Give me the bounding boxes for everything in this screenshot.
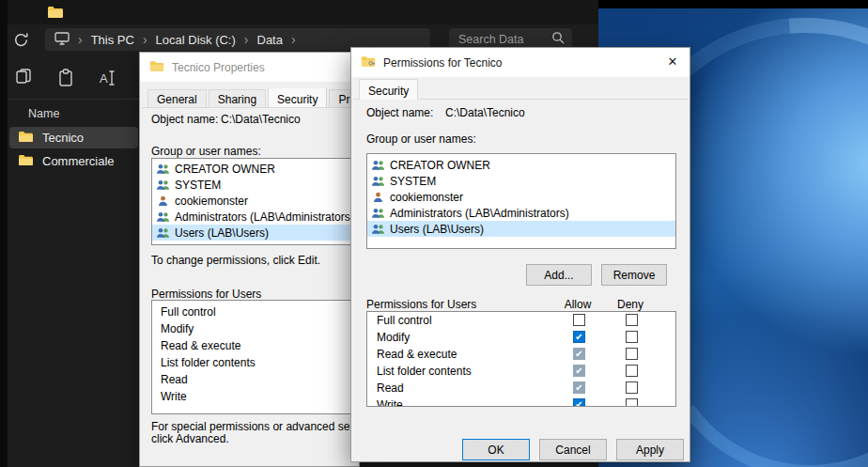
permission-name: Read & execute xyxy=(377,348,457,361)
folder-name: Commerciale xyxy=(42,154,115,168)
search-icon xyxy=(551,31,565,48)
remove-button[interactable]: Remove xyxy=(601,264,667,286)
allow-checkbox-read[interactable] xyxy=(573,381,585,394)
group-name: CREATOR OWNER xyxy=(390,159,490,172)
allow-checkbox-write[interactable] xyxy=(573,398,585,407)
permissions-for-users-label: Permissions for Users xyxy=(366,298,476,311)
paste-icon[interactable] xyxy=(56,68,79,90)
column-header-name[interactable]: Name xyxy=(28,107,59,120)
allow-checkbox-read-execute[interactable] xyxy=(573,348,585,360)
object-name-label: Object name: xyxy=(366,106,433,119)
deny-checkbox-read[interactable] xyxy=(626,381,638,394)
object-name-label: Object name: xyxy=(151,113,218,126)
breadcrumb-local-disk-c[interactable]: Local Disk (C:) xyxy=(156,33,236,47)
deny-checkbox-list-folder-contents[interactable] xyxy=(626,365,638,377)
group-item-system[interactable]: SYSTEM xyxy=(367,173,675,189)
group-name: CREATOR OWNER xyxy=(175,163,275,176)
permission-name: Write xyxy=(377,398,403,407)
folder-icon xyxy=(18,154,34,169)
file-list-item-commerciale[interactable]: Commerciale xyxy=(9,150,138,172)
close-icon[interactable]: ✕ xyxy=(656,48,690,76)
explorer-tab-bar xyxy=(0,0,598,24)
permission-row-read[interactable]: Read xyxy=(152,371,350,388)
folder-icon xyxy=(18,131,34,146)
svg-text:A: A xyxy=(100,71,108,86)
deny-checkbox-write[interactable] xyxy=(626,398,638,407)
allow-checkbox-modify[interactable] xyxy=(573,331,585,343)
group-user-names-label: Group or user names: xyxy=(151,145,261,158)
folder-name: Tecnico xyxy=(42,131,84,145)
group-user-list: CREATOR OWNER SYSTEM cookiemonster Admin… xyxy=(366,153,676,249)
group-name: Administrators (LAB\Administrators) xyxy=(175,210,351,224)
advanced-hint-line2: click Advanced. xyxy=(151,432,229,445)
group-item-users[interactable]: Users (LAB\Users) xyxy=(152,225,350,241)
chevron-right-icon[interactable]: › xyxy=(244,33,249,46)
group-name: Administrators (LAB\Administrators) xyxy=(390,207,569,220)
search-placeholder: Search Data xyxy=(458,33,551,46)
breadcrumb-data[interactable]: Data xyxy=(257,33,283,47)
group-item-administrators[interactable]: Administrators (LAB\Administrators) xyxy=(152,209,350,225)
this-pc-icon xyxy=(54,32,70,48)
object-name-value: C:\Data\Tecnico xyxy=(221,113,301,126)
tab-sharing[interactable]: Sharing xyxy=(209,89,266,107)
group-user-list: CREATOR OWNER SYSTEM cookiemonster Admin… xyxy=(151,158,351,245)
tab-security[interactable]: Security xyxy=(268,88,327,107)
group-user-names-label: Group or user names: xyxy=(366,132,476,146)
permission-row-read-execute: Read & execute xyxy=(367,346,675,363)
apply-button[interactable]: Apply xyxy=(616,439,684,460)
cancel-button[interactable]: Cancel xyxy=(539,439,607,460)
permissions-list: Full control Modify Read & execute List … xyxy=(151,300,351,414)
allow-checkbox-list-folder-contents[interactable] xyxy=(573,365,585,377)
permissions-dialog-titlebar: Permissions for Tecnico ✕ xyxy=(351,48,690,77)
permission-row-write: Write xyxy=(367,397,675,407)
group-item-creator-owner[interactable]: CREATOR OWNER xyxy=(367,157,675,173)
deny-column-header: Deny xyxy=(606,298,655,311)
permission-row-full-control: Full control xyxy=(367,312,675,329)
group-item-creator-owner[interactable]: CREATOR OWNER xyxy=(152,161,350,177)
group-item-system[interactable]: SYSTEM xyxy=(152,177,350,193)
deny-checkbox-full-control[interactable] xyxy=(626,314,638,326)
rename-icon[interactable]: A xyxy=(98,68,120,90)
permission-row-modify: Modify xyxy=(367,329,675,346)
permissions-dialog-title: Permissions for Tecnico xyxy=(383,56,503,70)
add-button[interactable]: Add... xyxy=(526,264,592,286)
tab-security[interactable]: Security xyxy=(359,79,418,100)
ok-button[interactable]: OK xyxy=(462,439,530,460)
user-name: cookiemonster xyxy=(175,195,248,208)
chevron-right-icon[interactable]: › xyxy=(78,33,83,46)
tab-general[interactable]: General xyxy=(147,89,207,107)
permission-row-modify[interactable]: Modify xyxy=(152,320,350,337)
permission-row-list-folder-contents[interactable]: List folder contents xyxy=(152,354,350,371)
refresh-button[interactable] xyxy=(13,32,30,49)
properties-dialog-titlebar: Tecnico Properties xyxy=(140,53,359,82)
group-item-users[interactable]: Users (LAB\Users) xyxy=(367,221,675,237)
object-name-value: C:\Data\Tecnico xyxy=(445,106,525,119)
group-item-administrators[interactable]: Administrators (LAB\Administrators) xyxy=(367,205,675,221)
breadcrumb-this-pc[interactable]: This PC xyxy=(91,33,134,47)
chevron-right-icon[interactable]: › xyxy=(143,33,147,46)
permissions-for-users-label: Permissions for Users xyxy=(151,288,261,301)
permission-name: List folder contents xyxy=(377,365,472,378)
group-item-cookiemonster[interactable]: cookiemonster xyxy=(152,193,350,209)
permissions-dialog-icon xyxy=(361,55,376,70)
edit-hint-text: To change permissions, click Edit. xyxy=(151,254,320,267)
chevron-right-icon[interactable]: › xyxy=(291,33,296,46)
group-name: SYSTEM xyxy=(175,179,221,192)
properties-dialog-icon xyxy=(149,60,164,75)
file-list-item-tecnico[interactable]: Tecnico xyxy=(9,127,138,148)
deny-checkbox-read-execute[interactable] xyxy=(626,348,638,360)
permission-row-full-control[interactable]: Full control xyxy=(152,304,350,320)
copy-icon[interactable] xyxy=(13,68,36,90)
permission-name: Read xyxy=(377,381,404,395)
permission-row-write[interactable]: Write xyxy=(152,388,350,405)
properties-tab-strip: General Sharing Security Previous Vers xyxy=(147,88,359,107)
deny-checkbox-modify[interactable] xyxy=(626,331,638,343)
permission-row-read-execute[interactable]: Read & execute xyxy=(152,337,350,354)
allow-checkbox-full-control[interactable] xyxy=(573,314,585,326)
permissions-tab-strip: Security xyxy=(359,80,420,99)
group-item-cookiemonster[interactable]: cookiemonster xyxy=(367,189,675,205)
user-name: cookiemonster xyxy=(390,191,463,204)
explorer-tab-folder-icon[interactable] xyxy=(47,6,64,19)
advanced-hint-line1: For special permissions or advanced sett… xyxy=(151,420,360,433)
properties-dialog-title: Tecnico Properties xyxy=(172,61,265,74)
